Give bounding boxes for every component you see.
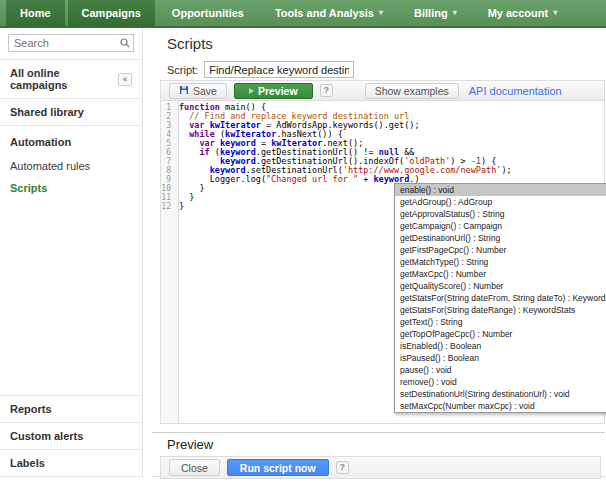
preview-panel-title: Preview <box>152 433 605 456</box>
autocomplete-item[interactable]: isEnabled() : Boolean <box>395 340 606 352</box>
line-number: 1 <box>161 103 175 112</box>
collapse-sidebar-icon[interactable]: « <box>118 73 132 86</box>
line-number: 12 <box>161 202 175 211</box>
autocomplete-item[interactable]: getAdGroup() : AdGroup <box>395 196 606 208</box>
help-icon[interactable]: ? <box>336 461 349 474</box>
autocomplete-item[interactable]: remove() : void <box>395 376 606 388</box>
script-name-label: Script: <box>167 64 198 76</box>
autocomplete-item[interactable]: setDestinationUrl(String destinationUrl)… <box>395 388 606 400</box>
sidebar-item-reports[interactable]: Reports <box>0 396 142 423</box>
help-icon[interactable]: ? <box>320 84 333 97</box>
page-title: Scripts <box>167 35 213 52</box>
nav-tab-campaigns[interactable]: Campaigns <box>68 0 155 26</box>
autocomplete-item[interactable]: getStatsFor(String dateFrom, String date… <box>395 292 606 304</box>
autocomplete-item[interactable]: isPaused() : Boolean <box>395 352 606 364</box>
nav-tab-home[interactable]: Home <box>6 0 65 26</box>
run-script-now-button[interactable]: Run script now <box>227 459 329 476</box>
autocomplete-item[interactable]: setMaxCpc(Number maxCpc) : void <box>395 400 606 412</box>
save-icon <box>179 85 189 97</box>
autocomplete-item[interactable]: getQualityScore() : Number <box>395 280 606 292</box>
autocomplete-list: enable() : voidgetAdGroup() : AdGroupget… <box>395 184 606 412</box>
nav-tab-billing[interactable]: Billing▾ <box>400 0 471 26</box>
chevron-down-icon: ▾ <box>379 9 383 17</box>
chevron-down-icon: ▾ <box>453 9 457 17</box>
nav-tab-label: Opportunities <box>172 7 244 19</box>
show-examples-label: Show examples <box>375 85 449 97</box>
sidebar-item-shared-library[interactable]: Shared library <box>0 99 142 125</box>
autocomplete-item[interactable]: getTopOfPageCpc() : Number <box>395 328 606 340</box>
autocomplete-dropdown: enable() : voidgetAdGroup() : AdGroupget… <box>394 183 606 413</box>
top-navbar: Home Campaigns Opportunities Tools and A… <box>0 0 606 28</box>
autocomplete-item[interactable]: getCampaign() : Campaign <box>395 220 606 232</box>
nav-tab-my-account[interactable]: My account▾ <box>474 0 572 26</box>
line-number: 7 <box>161 157 175 166</box>
preview-panel: Preview Close Run script now ? <box>152 432 605 477</box>
sidebar-item-help[interactable]: Help <box>0 477 142 486</box>
line-number: 8 <box>161 166 175 175</box>
nav-tab-label: Billing <box>414 7 448 19</box>
nav-tab-label: Home <box>20 7 51 19</box>
autocomplete-item[interactable]: getText() : String <box>395 316 606 328</box>
line-number: 6 <box>161 148 175 157</box>
autocomplete-item[interactable]: getMaxCpc() : Number <box>395 268 606 280</box>
sidebar-item-labels[interactable]: Labels <box>0 450 142 477</box>
sidebar-item-all-online-campaigns[interactable]: All online campaigns « <box>0 60 142 98</box>
play-icon <box>249 88 254 94</box>
run-script-now-label: Run script now <box>240 462 316 474</box>
autocomplete-item[interactable]: getMatchType() : String <box>395 256 606 268</box>
preview-toolbar: Close Run script now ? <box>160 456 601 479</box>
autocomplete-item[interactable]: getApprovalStatus() : String <box>395 208 606 220</box>
line-number: 9 <box>161 175 175 184</box>
sidebar-spacer <box>0 199 142 395</box>
nav-tab-tools-and-analysis[interactable]: Tools and Analysis▾ <box>261 0 397 26</box>
line-number: 3 <box>161 121 175 130</box>
sidebar-item-scripts[interactable]: Scripts <box>0 177 142 199</box>
autocomplete-item[interactable]: pause() : void <box>395 364 606 376</box>
sidebar-item-label: All online campaigns <box>10 67 118 91</box>
line-number: 10 <box>161 184 175 193</box>
autocomplete-item[interactable]: getDestinationUrl() : String <box>395 232 606 244</box>
close-button[interactable]: Close <box>169 459 220 476</box>
nav-tab-label: Tools and Analysis <box>275 7 374 19</box>
preview-button-label: Preview <box>258 85 298 97</box>
autocomplete-item[interactable]: getFirstPageCpc() : Number <box>395 244 606 256</box>
api-documentation-link[interactable]: API documentation <box>469 85 562 97</box>
editor-toolbar: Save Preview ? Show examples API documen… <box>161 81 604 101</box>
search-icon <box>120 38 130 50</box>
sidebar-item-automated-rules[interactable]: Automated rules <box>0 155 142 177</box>
chevron-down-icon: ▾ <box>553 9 557 17</box>
preview-button[interactable]: Preview <box>234 83 313 99</box>
script-name-input[interactable] <box>204 61 354 78</box>
script-editor: Save Preview ? Show examples API documen… <box>160 80 605 424</box>
close-button-label: Close <box>181 462 208 474</box>
sidebar: All online campaigns « Shared library Au… <box>0 28 143 477</box>
save-button-label: Save <box>193 85 217 97</box>
line-number: 5 <box>161 139 175 148</box>
main-content: Scripts Script: Save Preview ? Show exam… <box>144 28 606 486</box>
save-button[interactable]: Save <box>169 83 227 99</box>
line-number: 4 <box>161 130 175 139</box>
nav-tab-label: Campaigns <box>82 7 141 19</box>
sidebar-item-custom-alerts[interactable]: Custom alerts <box>0 423 142 450</box>
sidebar-search-input[interactable] <box>8 34 134 52</box>
autocomplete-item[interactable]: getStatsFor(String dateRange) : KeywordS… <box>395 304 606 316</box>
nav-tab-opportunities[interactable]: Opportunities <box>158 0 258 26</box>
line-number: 2 <box>161 112 175 121</box>
autocomplete-item[interactable]: enable() : void <box>395 184 606 196</box>
nav-tab-label: My account <box>488 7 549 19</box>
show-examples-button[interactable]: Show examples <box>365 83 459 99</box>
sidebar-section-automation[interactable]: Automation <box>0 126 142 155</box>
line-number: 11 <box>161 193 175 202</box>
